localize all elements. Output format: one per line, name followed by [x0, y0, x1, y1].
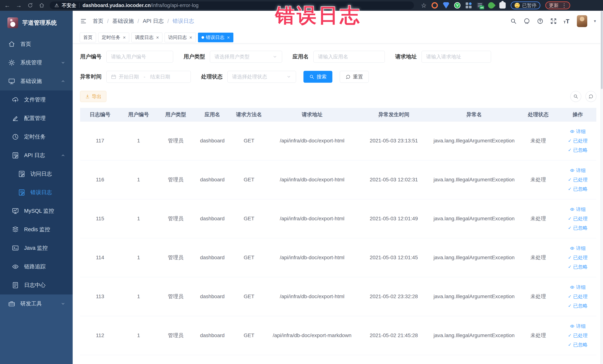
help-icon[interactable] — [537, 18, 544, 24]
app-name-input[interactable]: 请输入应用名 — [313, 51, 385, 63]
cell-request-url: /api/infra/db-doc/export-html — [267, 160, 357, 199]
tab-tag[interactable]: 错误日志× — [198, 33, 233, 42]
extension-icon[interactable] — [487, 1, 496, 10]
export-button[interactable]: 导出 — [80, 91, 106, 102]
reload-icon[interactable] — [27, 2, 34, 9]
browser-home-icon[interactable] — [38, 2, 45, 9]
extension-icon[interactable] — [443, 2, 449, 9]
sidebar-item[interactable]: 错误日志 — [0, 183, 73, 202]
sidebar-item[interactable]: 首页 — [0, 35, 73, 53]
user-type-select[interactable]: 请选择用户类型 — [210, 51, 282, 63]
sidebar-item-label: Redis 监控 — [24, 226, 50, 233]
close-icon[interactable]: × — [227, 35, 230, 40]
detail-link[interactable]: 详细 — [570, 246, 586, 251]
extension-icon[interactable] — [431, 2, 438, 9]
sidebar-item[interactable]: 链路追踪 — [0, 257, 73, 276]
mark-ignored-link[interactable]: ✓已忽略 — [568, 264, 588, 269]
close-icon[interactable]: × — [189, 35, 192, 40]
browser-menu-kebab-icon[interactable]: ⋮ — [561, 2, 567, 9]
detail-link[interactable]: 详细 — [570, 129, 586, 134]
process-status-select[interactable]: 请选择处理状态 — [227, 71, 296, 83]
sidebar-item[interactable]: 文件管理 — [0, 91, 73, 109]
sidebar-item[interactable]: 配置管理 — [0, 109, 73, 128]
close-icon[interactable]: × — [123, 35, 126, 40]
bookmark-star-icon[interactable]: ☆ — [421, 2, 427, 9]
mark-processed-link[interactable]: ✓已处理 — [568, 177, 588, 182]
mark-ignored-link[interactable]: ✓已忽略 — [568, 187, 588, 191]
cell-exception: java.lang.IllegalArgumentException — [431, 238, 517, 277]
hamburger-icon[interactable] — [80, 18, 87, 24]
table-row: 1131管理员dashboardGET/api/infra/db-doc/exp… — [80, 277, 596, 316]
cell-user-type: 管理员 — [157, 121, 194, 160]
page-scrollbar[interactable] — [600, 11, 603, 364]
extension-icon[interactable]: V — [454, 2, 461, 9]
sidebar-item[interactable]: Redis 监控 — [0, 220, 73, 239]
main-area: 首页/基础设施/API 日志/错误日志 TT ▾ 首页定时任务×调度日志×访问日… — [73, 11, 603, 364]
extension-icon[interactable]: on — [477, 2, 483, 9]
app-logo[interactable]: 芋道管理系统 — [0, 11, 73, 35]
breadcrumb-item[interactable]: 首页 — [93, 17, 104, 25]
sidebar-item[interactable]: 定时任务 — [0, 128, 73, 146]
sidebar-item[interactable]: 基础设施 — [0, 72, 73, 91]
calendar-icon — [111, 74, 116, 79]
page-url: dashboard.yudao.iocoder.cn/infra/log/api… — [82, 3, 198, 8]
font-size-icon[interactable]: TT — [564, 18, 570, 24]
hide-search-button[interactable] — [570, 91, 581, 102]
breadcrumb: 首页/基础设施/API 日志/错误日志 — [93, 17, 194, 25]
sidebar-item[interactable]: MySQL 监控 — [0, 202, 73, 220]
sidebar-item[interactable]: 访问日志 — [0, 165, 73, 183]
extensions-puzzle-icon[interactable] — [499, 2, 506, 9]
forward-icon[interactable]: → — [15, 2, 22, 9]
tab-tag[interactable]: 首页 — [80, 33, 96, 42]
svg-text:T: T — [566, 18, 569, 24]
github-icon[interactable] — [523, 18, 530, 24]
detail-link[interactable]: 详细 — [570, 207, 586, 212]
fullscreen-icon[interactable] — [550, 18, 557, 24]
user-avatar[interactable] — [577, 15, 587, 27]
sidebar-item[interactable]: 研发工具 — [0, 294, 73, 313]
cell-status: 未处理 — [517, 238, 559, 277]
sidebar-item-label: 系统管理 — [20, 59, 42, 66]
exception-time-range-picker[interactable]: 开始日期 - 结束日期 — [106, 71, 191, 83]
mark-processed-link[interactable]: ✓已处理 — [568, 294, 588, 299]
mark-ignored-link[interactable]: ✓已忽略 — [568, 303, 588, 308]
tab-tag[interactable]: 定时任务× — [98, 33, 129, 42]
back-icon[interactable]: ← — [4, 2, 11, 9]
breadcrumb-item[interactable]: API 日志 — [143, 17, 164, 25]
mark-ignored-link[interactable]: ✓已忽略 — [568, 148, 588, 153]
sidebar-item-label: 文件管理 — [24, 96, 46, 104]
detail-link[interactable]: 详细 — [570, 285, 586, 290]
sidebar-item[interactable]: Java 监控 — [0, 239, 73, 257]
refresh-table-button[interactable] — [586, 91, 596, 102]
scrollbar-thumb[interactable] — [601, 11, 603, 89]
browser-update-button[interactable]: 更新 ⋮ — [545, 1, 570, 9]
search-button[interactable]: 搜索 — [303, 71, 332, 83]
request-url-input[interactable]: 请输入请求地址 — [421, 51, 491, 63]
user-id-label: 用户编号 — [80, 53, 102, 60]
search-icon[interactable] — [510, 18, 517, 24]
cell-user-type: 管理员 — [157, 238, 194, 277]
breadcrumb-item[interactable]: 基础设施 — [112, 17, 134, 25]
mark-ignored-link[interactable]: ✓已忽略 — [568, 342, 588, 347]
check-icon: ✓ — [568, 177, 572, 182]
user-id-input[interactable]: 请输入用户编号 — [106, 51, 173, 63]
detail-link[interactable]: 详细 — [570, 324, 586, 329]
check-icon: ✓ — [568, 139, 572, 143]
cell-time: 2021-05-03 23:13:51 — [357, 121, 431, 160]
tab-tag[interactable]: 访问日志× — [165, 33, 196, 42]
reset-button[interactable]: 重置 — [340, 71, 369, 83]
mark-processed-link[interactable]: ✓已处理 — [568, 255, 588, 260]
detail-link[interactable]: 详细 — [570, 168, 586, 173]
mark-ignored-link[interactable]: ✓已忽略 — [568, 225, 588, 230]
tab-tag[interactable]: 调度日志× — [131, 33, 162, 42]
extension-icon[interactable] — [465, 2, 472, 9]
mark-processed-link[interactable]: ✓已处理 — [568, 216, 588, 221]
close-icon[interactable]: × — [156, 35, 159, 40]
mark-processed-link[interactable]: ✓已处理 — [568, 138, 588, 143]
avatar-caret-down-icon[interactable]: ▾ — [594, 19, 596, 23]
sidebar-item[interactable]: 系统管理 — [0, 53, 73, 72]
sidebar-item[interactable]: API 日志 — [0, 146, 73, 165]
mark-processed-link[interactable]: ✓已处理 — [568, 333, 588, 338]
sidebar-item[interactable]: 日志中心 — [0, 276, 73, 294]
paused-extension-badge[interactable]: 已暂停 — [511, 1, 540, 9]
